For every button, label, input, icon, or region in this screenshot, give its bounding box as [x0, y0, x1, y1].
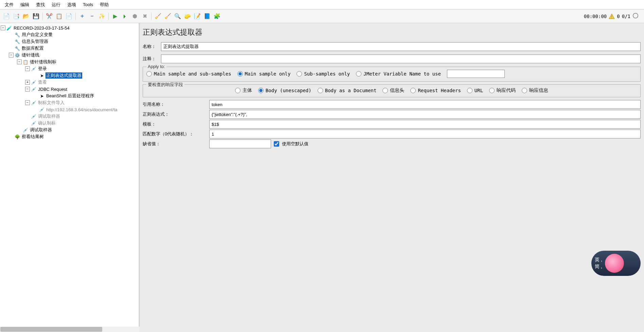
clear-icon[interactable]: 🧹: [154, 12, 162, 21]
tree-root[interactable]: − 🧪 RECORD-2023-03-17-15-54: [1, 24, 138, 31]
menu-help[interactable]: 帮助: [96, 0, 112, 9]
tree-item[interactable]: 🔧 信息头管理器: [1, 38, 138, 45]
collapse-icon[interactable]: −: [25, 100, 30, 105]
svg-rect-1: [611, 15, 612, 17]
start-icon[interactable]: ▶: [111, 12, 120, 21]
apply-sub-only[interactable]: Sub-samples only: [297, 71, 350, 77]
apply-jmeter-var[interactable]: JMeter Variable Name to use: [356, 71, 441, 77]
jmeter-var-input[interactable]: [447, 70, 505, 78]
field-response-message[interactable]: 响应信息: [522, 87, 548, 94]
field-url[interactable]: URL: [467, 88, 483, 93]
testplan-icon: 🧪: [6, 25, 12, 31]
ref-name-label: 引用名称：: [143, 101, 209, 107]
tree-sampler[interactable]: + 💉 查看: [1, 79, 138, 86]
templates-icon[interactable]: 📑: [12, 12, 21, 21]
clear-all-icon[interactable]: 🧹: [163, 12, 172, 21]
tree-panel[interactable]: − 🧪 RECORD-2023-03-17-15-54 🔧 用户自定义变量 🔧 …: [0, 23, 139, 332]
minus-icon[interactable]: －: [88, 12, 96, 21]
help-icon[interactable]: 📘: [203, 12, 212, 21]
scrollbar-thumb[interactable]: [0, 327, 102, 332]
start-no-pause-icon[interactable]: ⏵: [121, 12, 129, 21]
plus-icon[interactable]: ＋: [78, 12, 87, 21]
controller-icon: 📋: [22, 59, 29, 65]
reset-search-icon[interactable]: 🧽: [183, 12, 192, 21]
save-icon[interactable]: 💾: [32, 12, 40, 21]
field-response-code[interactable]: 响应代码: [489, 87, 516, 94]
field-body-document[interactable]: Body as a Document: [318, 88, 377, 93]
config-icon: 🔧: [14, 38, 20, 45]
tree-extractor-selected[interactable]: ➤ 正则表达式提取器: [1, 72, 138, 79]
ref-name-input[interactable]: [209, 100, 641, 109]
expand-icon[interactable]: +: [25, 80, 30, 85]
tree-listener[interactable]: 🌳 察看结果树: [1, 133, 138, 140]
match-no-input[interactable]: [209, 130, 641, 138]
cut-icon[interactable]: ✂️: [45, 12, 54, 21]
postprocessor-icon: ➤: [39, 93, 45, 99]
collapse-icon[interactable]: −: [25, 87, 30, 92]
tree-postprocessor[interactable]: ➤ BeanShell 后置处理程序: [1, 93, 138, 99]
tree-sampler[interactable]: − 💉 JDBC Request: [1, 86, 138, 93]
sampler-icon: 💉: [31, 100, 37, 106]
name-input[interactable]: [161, 42, 641, 51]
tree-threadgroup[interactable]: − ⚙️ 缝针缝线: [1, 52, 138, 59]
function-helper-icon[interactable]: 📝: [193, 12, 202, 21]
menu-edit[interactable]: 编辑: [17, 0, 33, 9]
tree-item[interactable]: 🔧 数据库配置: [1, 45, 138, 52]
tree-sampler[interactable]: − 💉 登录: [1, 65, 138, 72]
new-icon[interactable]: 📄: [2, 12, 11, 21]
paste-icon[interactable]: 📄: [65, 12, 73, 21]
comment-input[interactable]: [161, 54, 641, 63]
separator: [42, 13, 43, 20]
copy-icon[interactable]: 📋: [55, 12, 64, 21]
field-body[interactable]: 主体: [235, 87, 252, 94]
collapse-icon[interactable]: −: [1, 26, 5, 30]
tree-sampler[interactable]: 💉 确认制标: [1, 120, 138, 127]
wand-icon[interactable]: ✨: [97, 12, 106, 21]
name-label: 名称：: [143, 44, 161, 50]
open-icon[interactable]: 📂: [22, 12, 31, 21]
warning-icon[interactable]: [609, 13, 615, 19]
separator: [108, 13, 109, 20]
tree-sampler[interactable]: 💉 http://192.168.3.64/sics/document/ta: [1, 106, 138, 113]
menu-tools[interactable]: Tools: [79, 1, 96, 9]
tree-sampler[interactable]: − 💉 制标文件导入: [1, 99, 138, 106]
content-panel: 正则表达式提取器 名称： 注释： Apply to: Main sample a…: [139, 23, 644, 332]
menu-run[interactable]: 运行: [48, 0, 64, 9]
collapse-icon[interactable]: −: [25, 66, 30, 71]
toolbar: 📄 📑 📂 💾 ✂️ 📋 📄 ＋ － ✨ ▶ ⏵ ⬢ ✖ 🧹 🧹 🔍 🧽 📝 📘…: [0, 10, 644, 23]
plugin-icon[interactable]: 🧩: [213, 12, 221, 21]
tree-sampler[interactable]: 💉 调试取样器: [1, 127, 138, 133]
collapse-icon[interactable]: −: [9, 53, 14, 57]
elapsed-time: 00:00:00: [584, 14, 607, 19]
regex-input[interactable]: [209, 110, 641, 119]
field-response-headers[interactable]: 信息头: [382, 87, 404, 94]
template-label: 模板：: [143, 121, 209, 127]
apply-main-only[interactable]: Main sample only: [237, 71, 291, 77]
collapse-icon[interactable]: −: [17, 60, 22, 64]
tree-controller[interactable]: − 📋 缝针缝线制标: [1, 59, 138, 65]
menu-search[interactable]: 查找: [33, 0, 48, 9]
sampler-icon: 💉: [39, 106, 45, 113]
apply-main-and-sub[interactable]: Main sample and sub-samples: [146, 71, 231, 77]
ime-widget[interactable]: 英 , 简 ,: [591, 251, 641, 276]
menu-options[interactable]: 选项: [64, 0, 79, 9]
toolbar-status: 00:00:00 0 0/1: [584, 13, 642, 20]
use-empty-default-checkbox[interactable]: [274, 141, 279, 147]
default-value-input[interactable]: [209, 139, 271, 148]
tree-item[interactable]: 🔧 用户自定义变量: [1, 31, 138, 38]
sampler-icon: 💉: [31, 113, 37, 119]
stop-icon[interactable]: ⬢: [130, 12, 139, 21]
template-input[interactable]: [209, 120, 641, 129]
ime-text: 英 , 简 ,: [595, 256, 602, 270]
field-request-headers[interactable]: Request Headers: [410, 88, 461, 93]
horizontal-scrollbar[interactable]: [0, 327, 139, 332]
search-icon[interactable]: 🔍: [173, 12, 182, 21]
shutdown-icon[interactable]: ✖: [140, 12, 149, 21]
field-body-unescaped[interactable]: Body (unescaped): [258, 88, 311, 93]
regex-label: 正则表达式：: [143, 111, 209, 117]
listener-icon: 🌳: [14, 134, 20, 140]
menu-file[interactable]: 文件: [1, 0, 17, 9]
tree-sampler[interactable]: 💉 调试取样器: [1, 113, 138, 120]
default-value-label: 缺省值：: [143, 141, 209, 147]
postprocessor-icon: ➤: [39, 72, 45, 79]
